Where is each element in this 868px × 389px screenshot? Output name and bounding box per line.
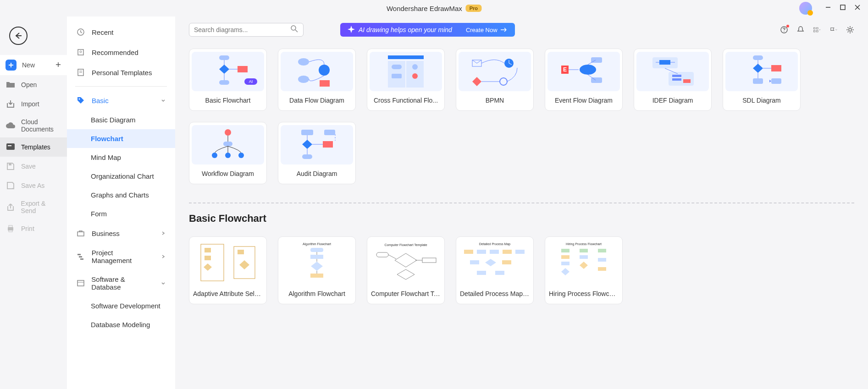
template-card[interactable]: Workflow Diagram xyxy=(189,122,267,184)
svg-rect-28 xyxy=(817,27,818,29)
cat-recommended[interactable]: Recommended xyxy=(67,42,175,62)
chevron-down-icon xyxy=(160,279,166,287)
template-label: Detailed Process Map Tem... xyxy=(456,290,533,297)
template-card[interactable]: Audit Diagram xyxy=(278,122,356,184)
svg-rect-100 xyxy=(238,250,244,254)
svg-rect-30 xyxy=(817,30,818,32)
template-thumb: Computer Flowchart Template xyxy=(370,240,442,285)
help-icon[interactable] xyxy=(780,26,788,34)
sidebar-item-open[interactable]: Open xyxy=(0,75,67,94)
svg-text:Hiring Process Flowchart: Hiring Process Flowchart xyxy=(566,242,602,246)
template-card[interactable]: AIBasic Flowchart xyxy=(189,49,267,111)
close-icon[interactable] xyxy=(854,4,861,12)
cat-business[interactable]: Business xyxy=(67,223,175,243)
cat-personal[interactable]: Personal Templates xyxy=(67,62,175,82)
briefcase-icon xyxy=(76,229,85,238)
svg-marker-101 xyxy=(239,260,249,269)
avatar[interactable] xyxy=(799,2,812,15)
back-button[interactable] xyxy=(9,27,28,45)
gear-icon[interactable] xyxy=(846,26,854,34)
svg-point-49 xyxy=(412,64,418,70)
svg-marker-105 xyxy=(311,262,323,271)
sidebar-new-label: New xyxy=(22,61,35,69)
sidebar-item-saveas[interactable]: Save As xyxy=(0,176,67,195)
svg-rect-120 xyxy=(490,250,499,254)
svg-rect-138 xyxy=(598,267,606,271)
template-card[interactable]: Hiring Process FlowchartHiring Process F… xyxy=(545,236,623,304)
chevron-down-icon xyxy=(160,97,166,104)
template-card[interactable]: Computer Flowchart TemplateComputer Flow… xyxy=(367,236,445,304)
apps-icon[interactable] xyxy=(813,26,821,34)
sub-graphs[interactable]: Graphs and Charts xyxy=(67,186,175,204)
svg-rect-136 xyxy=(598,249,606,252)
template-card[interactable]: Adaptive Attribute Selecti... xyxy=(189,236,267,304)
svg-rect-48 xyxy=(392,65,402,69)
svg-rect-129 xyxy=(561,249,569,252)
sidebar-item-cloud[interactable]: Cloud Documents xyxy=(0,114,67,137)
sub-mindmap[interactable]: Mind Map xyxy=(67,148,175,167)
svg-rect-87 xyxy=(301,130,313,135)
sidebar-item-export[interactable]: Export & Send xyxy=(0,195,67,219)
template-label: Event Flow Diagram xyxy=(545,97,622,104)
sub-software-dev[interactable]: Software Development xyxy=(67,296,175,315)
svg-point-51 xyxy=(412,73,418,79)
cat-basic[interactable]: Basic xyxy=(67,90,175,110)
svg-rect-125 xyxy=(502,260,511,264)
template-thumb xyxy=(281,52,353,91)
template-thumb: Hiring Process Flowchart xyxy=(547,240,620,285)
main-content: AI drawing helps open your mind Create N… xyxy=(175,16,868,389)
window-icon xyxy=(76,279,85,288)
template-card[interactable]: Algorithm FlowchartAlgorithm Flowchart xyxy=(278,236,356,304)
template-card[interactable]: BPMN xyxy=(456,49,534,111)
category-sidebar: Recent Recommended Personal Templates Ba… xyxy=(67,16,175,389)
sub-form[interactable]: Form xyxy=(67,204,175,223)
template-card[interactable]: Data Flow Diagram xyxy=(278,49,356,111)
plus-icon[interactable] xyxy=(55,61,61,69)
template-card[interactable]: IDEF Diagram xyxy=(634,49,712,111)
svg-point-26 xyxy=(784,31,785,32)
svg-rect-77 xyxy=(771,65,781,71)
sidebar-item-templates[interactable]: Templates xyxy=(0,137,67,157)
template-card[interactable]: Cross Functional Flo... xyxy=(367,49,445,111)
ai-create-button[interactable]: Create Now xyxy=(466,27,508,33)
cat-software[interactable]: Software & Database xyxy=(67,270,175,296)
export-icon xyxy=(6,202,16,212)
ai-banner[interactable]: AI drawing helps open your mind Create N… xyxy=(340,23,515,37)
search-icon[interactable] xyxy=(290,25,299,35)
sidebar-item-new[interactable]: New xyxy=(0,55,67,75)
sidebar-item-import[interactable]: Import xyxy=(0,94,67,114)
svg-marker-114 xyxy=(397,269,415,279)
svg-rect-20 xyxy=(80,258,83,260)
svg-rect-44 xyxy=(320,80,330,87)
sidebar-item-save[interactable]: Save xyxy=(0,157,67,176)
maximize-icon[interactable] xyxy=(840,4,846,12)
template-label: Data Flow Diagram xyxy=(278,97,355,104)
svg-rect-130 xyxy=(561,255,569,259)
svg-text:AI: AI xyxy=(249,79,253,84)
search-input[interactable] xyxy=(189,23,304,37)
search-field[interactable] xyxy=(194,26,290,33)
personal-icon xyxy=(76,68,85,77)
svg-marker-89 xyxy=(302,140,312,149)
cat-project[interactable]: Project Management xyxy=(67,243,175,270)
cat-recent[interactable]: Recent xyxy=(67,22,175,42)
flowchart-types-grid: AIBasic FlowchartData Flow DiagramCross … xyxy=(175,43,868,198)
sidebar-item-print[interactable]: Print xyxy=(0,219,67,238)
sub-flowchart[interactable]: Flowchart xyxy=(67,129,175,148)
svg-point-42 xyxy=(298,76,309,83)
section-title: Basic Flowchart xyxy=(175,213,868,231)
folder-icon xyxy=(6,80,16,90)
svg-rect-1 xyxy=(840,5,845,10)
bell-icon[interactable] xyxy=(796,26,805,34)
svg-point-86 xyxy=(238,153,244,158)
sub-basic-diagram[interactable]: Basic Diagram xyxy=(67,110,175,129)
template-card[interactable]: SDL Diagram xyxy=(723,49,801,111)
save-icon xyxy=(6,161,16,171)
import-icon xyxy=(6,99,16,109)
sub-database[interactable]: Database Modeling xyxy=(67,315,175,334)
minimize-icon[interactable] xyxy=(825,4,831,12)
sub-org[interactable]: Organizational Chart xyxy=(67,167,175,186)
template-card[interactable]: Detailed Process MapDetailed Process Map… xyxy=(456,236,534,304)
template-card[interactable]: EEvent Flow Diagram xyxy=(545,49,623,111)
theme-icon[interactable] xyxy=(829,26,838,34)
